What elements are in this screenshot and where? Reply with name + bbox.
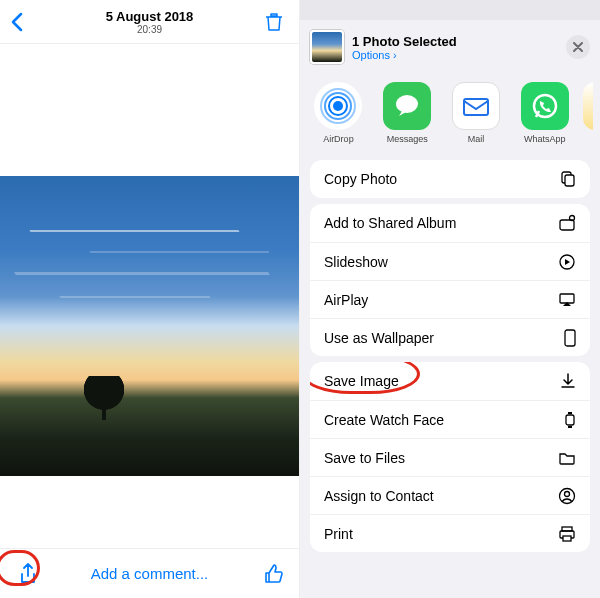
like-button[interactable] <box>257 563 285 585</box>
svg-rect-16 <box>568 426 572 428</box>
svg-rect-5 <box>464 99 488 115</box>
options-button[interactable]: Options › <box>352 49 558 61</box>
action-print[interactable]: Print <box>310 514 590 552</box>
action-label: Use as Wallpaper <box>324 330 434 346</box>
printer-icon <box>558 525 576 543</box>
share-apps-row: AirDrop Messages Mail WhatsApp <box>300 76 600 154</box>
nav-bar: 5 August 2018 20:39 <box>0 0 299 44</box>
back-button[interactable] <box>10 12 34 32</box>
app-label: Messages <box>387 134 428 144</box>
watch-icon <box>564 411 576 429</box>
action-label: Assign to Contact <box>324 488 434 504</box>
whatsapp-icon <box>521 82 569 130</box>
action-assign-to-contact[interactable]: Assign to Contact <box>310 476 590 514</box>
app-label: WhatsApp <box>524 134 566 144</box>
folder-icon <box>558 450 576 466</box>
action-save-image[interactable]: Save Image <box>310 362 590 400</box>
share-sheet: 1 Photo Selected Options › AirDrop Messa… <box>300 0 600 598</box>
share-target-messages[interactable]: Messages <box>376 82 438 144</box>
download-icon <box>560 372 576 390</box>
selection-count-label: 1 Photo Selected <box>352 34 558 49</box>
airplay-icon <box>558 291 576 309</box>
share-button[interactable] <box>14 562 42 586</box>
add-comment-field[interactable]: Add a comment... <box>52 565 247 582</box>
action-label: Print <box>324 526 353 542</box>
svg-rect-15 <box>568 412 572 414</box>
share-target-airdrop[interactable]: AirDrop <box>307 82 369 144</box>
svg-point-4 <box>396 95 418 113</box>
share-target-more-peek[interactable] <box>583 82 593 130</box>
photo-thumbnail <box>310 30 344 64</box>
share-sheet-header: 1 Photo Selected Options › <box>308 26 592 68</box>
share-target-whatsapp[interactable]: WhatsApp <box>514 82 576 144</box>
dimmed-background-hint <box>300 0 600 20</box>
delete-button[interactable] <box>265 12 289 32</box>
photo-detail-screen: 5 August 2018 20:39 Add a comment... <box>0 0 300 598</box>
shared-album-icon <box>558 214 576 232</box>
action-group-3: Save Image Create Watch Face Save to Fil… <box>310 362 590 552</box>
action-label: Slideshow <box>324 254 388 270</box>
svg-rect-12 <box>560 294 574 303</box>
action-label: Copy Photo <box>324 171 397 187</box>
svg-rect-13 <box>565 330 575 346</box>
action-label: Save to Files <box>324 450 405 466</box>
action-save-to-files[interactable]: Save to Files <box>310 438 590 476</box>
messages-icon <box>383 82 431 130</box>
svg-rect-14 <box>566 415 574 425</box>
app-label: AirDrop <box>323 134 354 144</box>
action-create-watch-face[interactable]: Create Watch Face <box>310 400 590 438</box>
share-target-mail[interactable]: Mail <box>445 82 507 144</box>
airdrop-icon <box>314 82 362 130</box>
svg-rect-21 <box>563 536 571 541</box>
action-airplay[interactable]: AirPlay <box>310 280 590 318</box>
action-group-2: Add to Shared Album Slideshow AirPlay Us… <box>310 204 590 356</box>
phone-icon <box>564 329 576 347</box>
action-label: Create Watch Face <box>324 412 444 428</box>
person-circle-icon <box>558 487 576 505</box>
action-label: AirPlay <box>324 292 368 308</box>
play-circle-icon <box>558 253 576 271</box>
action-copy-photo[interactable]: Copy Photo <box>310 160 590 198</box>
action-group-1: Copy Photo <box>310 160 590 198</box>
action-add-to-shared-album[interactable]: Add to Shared Album <box>310 204 590 242</box>
photo-time: 20:39 <box>34 24 265 35</box>
bottom-toolbar: Add a comment... <box>0 548 299 598</box>
photo-viewer[interactable] <box>0 44 299 548</box>
action-label: Save Image <box>324 373 399 389</box>
photo-image <box>0 176 299 476</box>
copy-icon <box>558 170 576 188</box>
close-button[interactable] <box>566 35 590 59</box>
app-label: Mail <box>468 134 485 144</box>
action-slideshow[interactable]: Slideshow <box>310 242 590 280</box>
svg-rect-9 <box>560 220 574 230</box>
svg-point-18 <box>565 491 570 496</box>
nav-title: 5 August 2018 20:39 <box>34 9 265 35</box>
photo-date: 5 August 2018 <box>34 9 265 24</box>
action-label: Add to Shared Album <box>324 215 456 231</box>
mail-icon <box>452 82 500 130</box>
tree-in-photo <box>84 376 124 410</box>
svg-rect-8 <box>565 175 574 186</box>
action-use-as-wallpaper[interactable]: Use as Wallpaper <box>310 318 590 356</box>
svg-point-0 <box>333 101 343 111</box>
